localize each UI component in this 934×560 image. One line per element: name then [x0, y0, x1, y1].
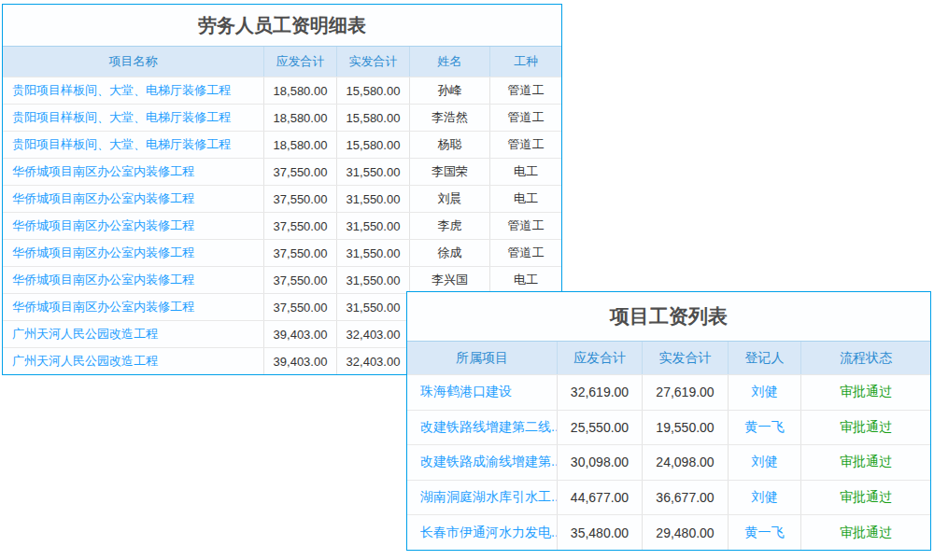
table-row: 贵阳项目样板间、大堂、电梯厅装修工程 18,580.00 15,580.00 李…	[3, 104, 561, 131]
person-name-cell: 李虎	[410, 213, 490, 239]
project-name-link[interactable]: 广州天河人民公园改造工程	[3, 348, 264, 374]
project-name-link[interactable]: 华侨城项目南区办公室内装修工程	[3, 213, 264, 239]
actual-total-cell: 36,677.00	[643, 481, 729, 515]
job-type-cell: 电工	[490, 267, 561, 293]
person-name-cell: 刘晨	[410, 186, 490, 212]
payable-total-cell: 37,550.00	[264, 240, 337, 266]
actual-total-cell: 31,550.00	[337, 294, 410, 320]
registrar-link[interactable]: 刘健	[729, 481, 801, 515]
actual-total-cell: 19,550.00	[643, 411, 729, 445]
flow-status-badge: 审批通过	[801, 445, 930, 480]
table-row: 改建铁路线增建第二线... 25,550.00 19,550.00 黄一飞 审批…	[407, 410, 930, 445]
actual-total-cell: 31,550.00	[337, 240, 410, 266]
col-header-job-type: 工种	[490, 47, 561, 77]
payable-total-cell: 37,550.00	[264, 213, 337, 239]
project-name-link[interactable]: 广州天河人民公园改造工程	[3, 321, 264, 347]
job-type-cell: 管道工	[490, 132, 561, 158]
payable-total-cell: 18,580.00	[264, 105, 337, 131]
payable-total-cell: 18,580.00	[264, 132, 337, 158]
table-header-row: 所属项目 应发合计 实发合计 登记人 流程状态	[407, 341, 930, 374]
col-header-name: 姓名	[410, 47, 490, 77]
payable-total-cell: 37,550.00	[264, 294, 337, 320]
person-name-cell: 李国荣	[410, 159, 490, 185]
flow-status-badge: 审批通过	[801, 515, 930, 550]
actual-total-cell: 31,550.00	[337, 267, 410, 293]
payable-total-cell: 37,550.00	[264, 267, 337, 293]
payable-total-cell: 32,619.00	[558, 375, 643, 410]
actual-total-cell: 15,580.00	[337, 105, 410, 131]
job-type-cell: 管道工	[490, 105, 561, 131]
actual-total-cell: 15,580.00	[337, 132, 410, 158]
project-name-link[interactable]: 华侨城项目南区办公室内装修工程	[3, 159, 264, 185]
project-name-link[interactable]: 改建铁路成渝线增建第...	[407, 445, 558, 480]
table-row: 华侨城项目南区办公室内装修工程 37,550.00 31,550.00 徐成 管…	[3, 239, 561, 266]
table-row: 贵阳项目样板间、大堂、电梯厅装修工程 18,580.00 15,580.00 孙…	[3, 77, 561, 104]
table-row: 贵阳项目样板间、大堂、电梯厅装修工程 18,580.00 15,580.00 杨…	[3, 131, 561, 158]
col-header-registrar: 登记人	[729, 342, 801, 374]
person-name-cell: 杨聪	[410, 132, 490, 158]
job-type-cell: 电工	[490, 159, 561, 185]
project-name-link[interactable]: 改建铁路线增建第二线...	[407, 411, 558, 445]
flow-status-badge: 审批通过	[801, 411, 930, 445]
actual-total-cell: 32,403.00	[337, 348, 410, 374]
job-type-cell: 电工	[490, 186, 561, 212]
col-header-payable-total: 应发合计	[558, 342, 643, 374]
col-header-project: 所属项目	[407, 342, 558, 374]
person-name-cell: 孙峰	[410, 77, 490, 104]
table-row: 华侨城项目南区办公室内装修工程 37,550.00 31,550.00 李兴国 …	[3, 266, 561, 293]
actual-total-cell: 31,550.00	[337, 213, 410, 239]
registrar-link[interactable]: 黄一飞	[729, 411, 801, 445]
project-name-link[interactable]: 贵阳项目样板间、大堂、电梯厅装修工程	[3, 77, 264, 104]
col-header-actual-total: 实发合计	[337, 47, 410, 77]
flow-status-badge: 审批通过	[801, 375, 930, 410]
payable-total-cell: 30,098.00	[558, 445, 643, 480]
actual-total-cell: 27,619.00	[643, 375, 729, 410]
project-name-link[interactable]: 华侨城项目南区办公室内装修工程	[3, 267, 264, 293]
actual-total-cell: 31,550.00	[337, 186, 410, 212]
project-name-link[interactable]: 长春市伊通河水力发电...	[407, 515, 558, 550]
payable-total-cell: 25,550.00	[558, 411, 643, 445]
person-name-cell: 李浩然	[410, 105, 490, 131]
table-title: 劳务人员工资明细表	[3, 5, 561, 46]
col-header-project-name: 项目名称	[3, 47, 264, 77]
project-name-link[interactable]: 湖南洞庭湖水库引水工...	[407, 481, 558, 515]
registrar-link[interactable]: 刘健	[729, 445, 801, 480]
col-header-payable-total: 应发合计	[264, 47, 337, 77]
actual-total-cell: 24,098.00	[643, 445, 729, 480]
table-title: 项目工资列表	[407, 292, 930, 341]
job-type-cell: 管道工	[490, 240, 561, 266]
payable-total-cell: 37,550.00	[264, 159, 337, 185]
table-row: 长春市伊通河水力发电... 35,480.00 29,480.00 黄一飞 审批…	[407, 514, 930, 550]
payable-total-cell: 44,677.00	[558, 481, 643, 515]
table-row: 湖南洞庭湖水库引水工... 44,677.00 36,677.00 刘健 审批通…	[407, 480, 930, 515]
project-name-link[interactable]: 华侨城项目南区办公室内装修工程	[3, 240, 264, 266]
project-name-link[interactable]: 贵阳项目样板间、大堂、电梯厅装修工程	[3, 105, 264, 131]
project-name-link[interactable]: 珠海鹤港口建设	[407, 375, 558, 410]
actual-total-cell: 15,580.00	[337, 77, 410, 104]
payable-total-cell: 18,580.00	[264, 77, 337, 104]
table-row: 华侨城项目南区办公室内装修工程 37,550.00 31,550.00 李虎 管…	[3, 212, 561, 239]
project-salary-list-table: 项目工资列表 所属项目 应发合计 实发合计 登记人 流程状态 珠海鹤港口建设 3…	[406, 291, 931, 551]
project-name-link[interactable]: 贵阳项目样板间、大堂、电梯厅装修工程	[3, 132, 264, 158]
project-name-link[interactable]: 华侨城项目南区办公室内装修工程	[3, 294, 264, 320]
person-name-cell: 李兴国	[410, 267, 490, 293]
flow-status-badge: 审批通过	[801, 481, 930, 515]
table-row: 华侨城项目南区办公室内装修工程 37,550.00 31,550.00 刘晨 电…	[3, 185, 561, 212]
table-row: 改建铁路成渝线增建第... 30,098.00 24,098.00 刘健 审批通…	[407, 444, 930, 480]
table-header-row: 项目名称 应发合计 实发合计 姓名 工种	[3, 46, 561, 77]
payable-total-cell: 39,403.00	[264, 348, 337, 374]
col-header-actual-total: 实发合计	[643, 342, 729, 374]
registrar-link[interactable]: 刘健	[729, 375, 801, 410]
payable-total-cell: 35,480.00	[558, 515, 643, 550]
job-type-cell: 管道工	[490, 213, 561, 239]
actual-total-cell: 32,403.00	[337, 321, 410, 347]
registrar-link[interactable]: 黄一飞	[729, 515, 801, 550]
person-name-cell: 徐成	[410, 240, 490, 266]
job-type-cell: 管道工	[490, 77, 561, 104]
actual-total-cell: 31,550.00	[337, 159, 410, 185]
table-row: 华侨城项目南区办公室内装修工程 37,550.00 31,550.00 李国荣 …	[3, 158, 561, 185]
col-header-flow-status: 流程状态	[801, 342, 930, 374]
actual-total-cell: 29,480.00	[643, 515, 729, 550]
payable-total-cell: 37,550.00	[264, 186, 337, 212]
project-name-link[interactable]: 华侨城项目南区办公室内装修工程	[3, 186, 264, 212]
